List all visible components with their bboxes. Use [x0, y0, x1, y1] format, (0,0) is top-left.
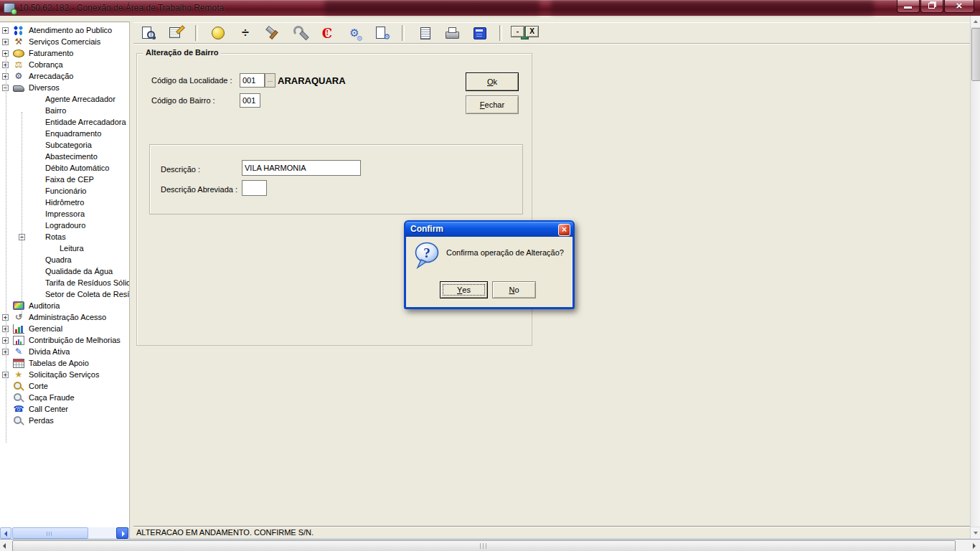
tree-item-auditoria[interactable]: Auditoria: [0, 300, 129, 311]
hammer-icon[interactable]: [264, 24, 281, 42]
tree-item-tarifa-de-residuos-solid[interactable]: Tarifa de Resíduos Sólid: [0, 277, 129, 288]
expand-toggle-icon[interactable]: +: [2, 27, 9, 34]
gears-icon[interactable]: ⚙: [346, 24, 363, 42]
toolbar: ÷C⚙: [133, 22, 970, 44]
process-document-icon[interactable]: [373, 24, 390, 42]
ok-button[interactable]: Ok: [466, 72, 519, 91]
window-close-button[interactable]: [944, 0, 974, 13]
tree-view: +Atendimento ao Publico+⚒Serviços Comerc…: [0, 24, 129, 426]
print-icon[interactable]: [443, 24, 461, 42]
tree-item-tabelas-de-apoio[interactable]: Tabelas de Apoio: [0, 357, 129, 369]
localidade-label: Código da Localidade :: [151, 76, 232, 85]
collect-icon: ⚙: [13, 72, 24, 81]
tree-scroll-thumb[interactable]: [12, 527, 88, 539]
phone-icon: ☎: [13, 405, 24, 414]
chart-icon: [13, 324, 24, 334]
scroll-right-arrow-icon[interactable]: [116, 527, 128, 539]
child-window-close-button[interactable]: X: [525, 26, 539, 37]
tree-horizontal-scrollbar[interactable]: [0, 527, 129, 539]
admin-icon: ↺: [13, 313, 24, 322]
tree-item-abastecimento[interactable]: Abastecimento: [0, 151, 129, 162]
tree-item-atendimento-ao-publico[interactable]: +Atendimento ao Publico: [0, 24, 129, 36]
tree-item-bairro[interactable]: Bairro: [0, 105, 129, 116]
descricao-label: Descrição :: [161, 165, 200, 174]
dialog-close-icon[interactable]: ×: [558, 224, 570, 236]
tree-item-quadra[interactable]: Quadra: [0, 254, 129, 265]
window-restore-button[interactable]: [920, 0, 943, 13]
tree-item-arrecadacao[interactable]: +⚙Arrecadação: [0, 70, 129, 82]
status-bar: ALTERACAO EM ANDAMENTO. CONFIRME S/N.: [133, 526, 970, 539]
bairro-label: Código do Bairro :: [151, 96, 215, 105]
redacted-band: [551, 1, 874, 14]
tree-item-setor-de-coleta-de-resid[interactable]: Setor de Coleta de Resíd: [0, 288, 129, 300]
tree-item-hidrometro[interactable]: Hidrômetro: [0, 197, 129, 208]
wrench-icon[interactable]: [291, 24, 308, 42]
tree-item-solicitacao-servicos[interactable]: +★Solicitação Serviços: [0, 369, 129, 380]
tree-item-cobranca[interactable]: +⚖Cobrança: [0, 59, 129, 70]
mag-icon: [13, 416, 24, 425]
rdp-vertical-scrollbar[interactable]: [970, 16, 980, 539]
scroll-left-arrow-icon[interactable]: [0, 540, 11, 551]
expand-toggle-icon[interactable]: +: [2, 50, 9, 57]
tree-item-divida-ativa[interactable]: +✎Divida Ativa: [0, 346, 129, 357]
tree-item-label: Call Center: [29, 405, 68, 413]
tree-item-contribuicao-de-melhorias[interactable]: +Contribuição de Melhorias: [0, 334, 129, 346]
tree-item-leitura[interactable]: Leitura: [0, 242, 129, 254]
window-minimize-button[interactable]: [897, 0, 920, 13]
tree-item-diversos[interactable]: −Diversos: [0, 82, 129, 93]
tree-item-label: Serviços Comerciais: [29, 37, 100, 46]
yes-button[interactable]: Yes: [440, 281, 488, 298]
horizontal-scroll-thumb[interactable]: [12, 540, 956, 551]
tree-item-funcionario[interactable]: Funcionário: [0, 185, 129, 197]
question-icon: ?: [414, 242, 440, 269]
tree-item-subcategoria[interactable]: Subcategoria: [0, 139, 129, 151]
child-window-minimize-button[interactable]: -: [511, 26, 524, 37]
tree-item-faixa-de-cep[interactable]: Faixa de CEP: [0, 174, 129, 185]
localidade-browse-button[interactable]: ...: [265, 73, 275, 88]
tree-item-logradouro[interactable]: Logradouro: [0, 220, 129, 231]
mag-icon: [13, 393, 24, 402]
no-button[interactable]: No: [492, 281, 536, 298]
descricao-abreviada-input[interactable]: [242, 180, 267, 196]
tree-item-rotas[interactable]: −Rotas: [0, 231, 129, 242]
tree-item-corte[interactable]: Corte: [0, 380, 129, 392]
tree-item-debito-automatico[interactable]: Débito Automático: [0, 162, 129, 174]
tree-item-entidade-arrecadadora[interactable]: Entidade Arrecadadora: [0, 116, 129, 128]
scroll-up-arrow-icon[interactable]: [971, 16, 980, 28]
tree-item-impressora[interactable]: Impressora: [0, 208, 129, 220]
tree-guide-line: [6, 57, 6, 443]
tree-item-enquadramento[interactable]: Enquadramento: [0, 128, 129, 139]
tree-item-servicos-comerciais[interactable]: +⚒Serviços Comerciais: [0, 36, 129, 47]
cancel-operation-icon[interactable]: C: [319, 24, 336, 42]
descricao-abreviada-label: Descrição Abreviada :: [161, 185, 237, 194]
divide-icon[interactable]: ÷: [237, 24, 254, 42]
preview-icon[interactable]: [139, 24, 156, 42]
tree-item-label: Perdas: [29, 416, 54, 425]
tree-item-call-center[interactable]: ☎Call Center: [0, 403, 129, 415]
tree-item-perdas[interactable]: Perdas: [0, 415, 129, 426]
bairro-code-input[interactable]: [240, 93, 260, 108]
tree-item-agente-arrecadador[interactable]: Agente Arrecadador: [0, 93, 129, 105]
scroll-down-arrow-icon[interactable]: [971, 527, 980, 539]
localidade-code-input[interactable]: [240, 73, 265, 88]
tree-item-caca-fraude[interactable]: Caça Fraude: [0, 392, 129, 403]
panel-splitter[interactable]: [129, 22, 134, 539]
tree-item-qualidade-da-agua[interactable]: Qualidade da Água: [0, 265, 129, 277]
notes-icon[interactable]: [416, 24, 433, 42]
tree-item-administracao-acesso[interactable]: +↺Administração Acesso: [0, 311, 129, 323]
tree-item-gerencial[interactable]: +Gerencial: [0, 323, 129, 334]
descricao-input[interactable]: [242, 160, 361, 176]
tree-item-faturamento[interactable]: +Faturamento: [0, 47, 129, 59]
tree-item-label: Contribuição de Melhorias: [29, 336, 121, 344]
vertical-scroll-thumb[interactable]: [971, 28, 980, 81]
rdp-horizontal-scrollbar[interactable]: [0, 539, 980, 551]
calculator-icon[interactable]: [471, 24, 488, 42]
descricao-panel: Descrição : Descrição Abreviada :: [149, 144, 523, 215]
properties-icon[interactable]: [166, 24, 184, 42]
scroll-left-arrow-icon[interactable]: [0, 527, 11, 539]
scroll-right-arrow-icon[interactable]: [969, 540, 979, 551]
expand-toggle-icon[interactable]: +: [2, 39, 9, 45]
tree-item-label: Hidrômetro: [45, 198, 84, 207]
coin-icon[interactable]: [209, 24, 227, 42]
fechar-button[interactable]: Fechar: [466, 95, 519, 114]
